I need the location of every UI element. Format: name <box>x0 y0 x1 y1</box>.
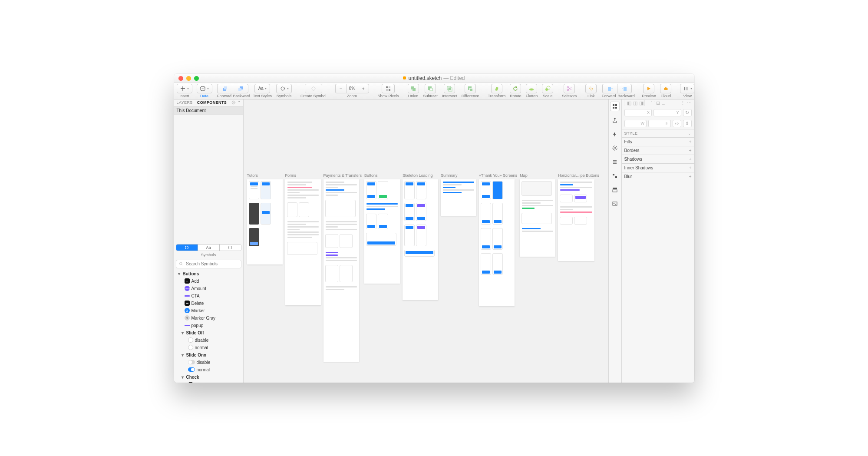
section-fills[interactable]: Fills+ <box>622 137 694 146</box>
close-window-button[interactable] <box>178 76 183 81</box>
rail-gear-icon[interactable] <box>611 144 619 152</box>
align-bottom-icon[interactable]: ⎵ <box>662 100 665 106</box>
group-slide-off[interactable]: ▾Slide Off <box>174 329 243 337</box>
hotspot-backward-button[interactable] <box>617 84 632 93</box>
rail-layout-icon[interactable] <box>611 185 619 194</box>
group-slide-onn[interactable]: ▾Slide Onn <box>174 351 243 359</box>
item-add[interactable]: +Add <box>174 278 243 285</box>
section-inner-shadows[interactable]: Inner Shadows+ <box>622 163 694 172</box>
align-left-icon[interactable]: ⎢◧ <box>624 100 631 106</box>
search-input[interactable] <box>185 261 238 267</box>
item-popup[interactable]: popup <box>174 322 243 329</box>
tab-components[interactable]: COMPONENTS <box>197 100 227 105</box>
text-styles-button[interactable]: Aa ▾ <box>254 84 270 93</box>
artboard-forms[interactable]: Forms <box>285 173 321 305</box>
flip-h-button[interactable]: ⇔ <box>673 120 681 127</box>
distribute-h-icon[interactable]: ⋮ <box>680 100 685 106</box>
item-marker[interactable]: 3Marker <box>174 307 243 314</box>
add-inner-shadow-button[interactable]: + <box>689 165 692 170</box>
seg-symbols[interactable] <box>176 245 198 251</box>
preview-button[interactable] <box>643 84 654 93</box>
svg-point-14 <box>529 88 534 90</box>
item-amount[interactable]: AmountAmount <box>174 285 243 292</box>
artboard-thankyou[interactable]: «Thank You» Screens <box>479 173 517 306</box>
rail-list-icon[interactable] <box>611 158 619 166</box>
item-slide-off-normal[interactable]: normal <box>174 344 243 351</box>
rail-grid-icon[interactable] <box>611 172 619 180</box>
artboard-payments[interactable]: Payments & Transfers <box>323 173 362 362</box>
gear-icon[interactable] <box>231 100 236 105</box>
h-field[interactable]: H <box>648 120 671 127</box>
zoom-out-button[interactable]: − <box>335 84 347 93</box>
breadcrumb[interactable]: This Document <box>174 106 243 115</box>
x-field[interactable]: X <box>624 109 652 116</box>
intersect-button[interactable] <box>444 84 455 93</box>
rotate-ccw-button[interactable]: ↻ <box>683 109 692 116</box>
link-button[interactable] <box>585 84 597 93</box>
zoom-value[interactable]: 8% <box>347 84 358 93</box>
scissors-button[interactable] <box>564 84 575 93</box>
item-slide-off-disable[interactable]: disable <box>174 337 243 344</box>
item-marker-gray[interactable]: 3Marker Gray <box>174 314 243 322</box>
distribute-v-icon[interactable]: ⋯ <box>687 100 692 106</box>
item-slide-onn-disable[interactable]: disable <box>174 359 243 366</box>
add-border-button[interactable]: + <box>689 148 692 153</box>
seg-text-styles[interactable]: Aa <box>198 245 219 251</box>
minimize-window-button[interactable] <box>186 76 191 81</box>
rail-image-icon[interactable] <box>611 199 619 208</box>
add-blur-button[interactable]: + <box>689 174 692 179</box>
artboard-summary[interactable]: Summary <box>441 173 476 216</box>
search-symbols[interactable] <box>176 260 241 268</box>
seg-layer-styles[interactable] <box>219 245 241 251</box>
section-shadows[interactable]: Shadows+ <box>622 155 694 163</box>
collapse-icon[interactable]: ⌃ <box>238 100 241 105</box>
rail-export-icon[interactable] <box>611 116 619 125</box>
subtract-button[interactable] <box>425 84 436 93</box>
rotate-button[interactable] <box>510 84 521 93</box>
cloud-button[interactable] <box>660 84 671 93</box>
rail-bolt-icon[interactable] <box>611 130 619 139</box>
tab-layers[interactable]: LAYERS <box>177 100 193 105</box>
transform-button[interactable] <box>491 84 502 93</box>
scale-button[interactable] <box>542 84 553 93</box>
w-field[interactable]: W <box>624 120 647 127</box>
align-vcenter-icon[interactable]: ⊟ <box>656 100 660 106</box>
union-button[interactable] <box>408 84 419 93</box>
item-slide-onn-normal[interactable]: normal <box>174 366 243 373</box>
hotspot-forward-button[interactable] <box>602 84 617 93</box>
send-backward-button[interactable] <box>233 84 248 93</box>
group-check[interactable]: ▾Check <box>174 373 243 381</box>
artboard-tutors[interactable]: Tutors <box>247 173 283 264</box>
zoom-window-button[interactable] <box>194 76 199 81</box>
align-right-icon[interactable]: ◨⎢ <box>639 100 646 106</box>
style-header[interactable]: STYLE ⌄ <box>622 129 694 137</box>
artboard-skeleton[interactable]: Skeleton Loading <box>403 173 438 300</box>
bring-forward-button[interactable] <box>217 84 233 93</box>
zoom-in-button[interactable]: + <box>358 84 369 93</box>
section-borders[interactable]: Borders+ <box>622 146 694 155</box>
y-field[interactable]: Y <box>653 109 681 116</box>
item-delete[interactable]: Delete <box>174 300 243 307</box>
difference-button[interactable] <box>465 84 476 93</box>
show-pixels-button[interactable] <box>382 84 395 93</box>
symbols-button[interactable]: ▾ <box>276 84 292 93</box>
add-shadow-button[interactable]: + <box>689 157 692 162</box>
align-top-icon[interactable]: ⎴ <box>651 100 654 106</box>
artboard-buttons[interactable]: Buttons <box>364 173 400 284</box>
section-blur[interactable]: Blur+ <box>622 172 694 181</box>
canvas[interactable]: Tutors <box>244 99 608 383</box>
group-buttons[interactable]: ▾Buttons <box>174 270 243 278</box>
artboard-horizontal[interactable]: Horizontal…ipe Buttons <box>558 173 599 261</box>
item-cta[interactable]: CTA <box>174 292 243 300</box>
item-check-no[interactable]: no <box>174 381 243 383</box>
align-hcenter-icon[interactable]: ◫ <box>633 100 637 106</box>
add-fill-button[interactable]: + <box>689 139 692 144</box>
flatten-button[interactable] <box>526 84 537 93</box>
view-button[interactable]: ▾ <box>680 84 694 93</box>
data-button[interactable]: ▾ <box>197 84 212 93</box>
artboard-map[interactable]: Map <box>520 173 555 257</box>
insert-button[interactable]: ▾ <box>177 84 192 93</box>
flip-v-button[interactable]: ⇕ <box>683 120 692 127</box>
create-symbol-button[interactable] <box>305 84 322 93</box>
rail-inspect-icon[interactable] <box>611 102 619 111</box>
